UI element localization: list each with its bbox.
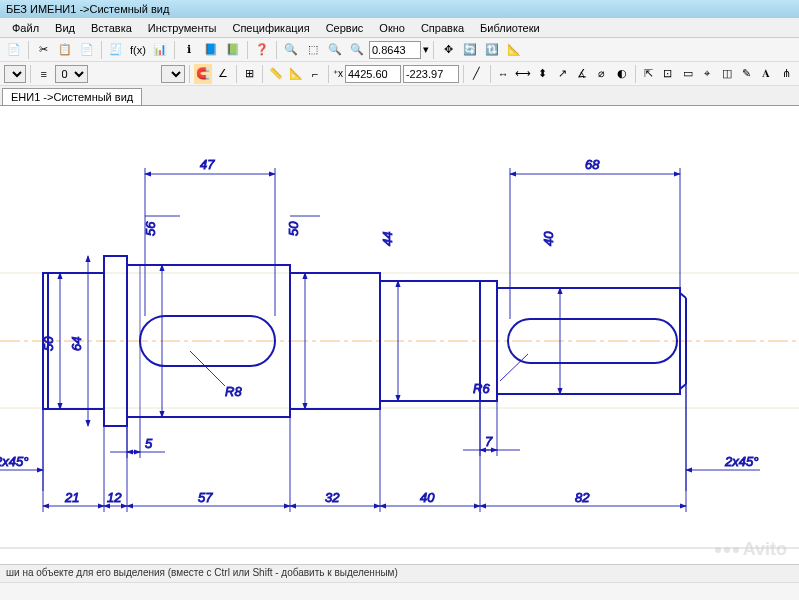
paste-icon[interactable]: 📄 — [77, 40, 97, 60]
svg-text:32: 32 — [325, 490, 340, 505]
grid-icon[interactable]: ⊞ — [240, 64, 258, 84]
svg-text:7: 7 — [485, 434, 493, 449]
zoom-in-icon[interactable]: 🔍 — [281, 40, 301, 60]
menu-service[interactable]: Сервис — [318, 20, 372, 36]
anno4-icon[interactable]: ⌖ — [698, 64, 716, 84]
redraw-icon[interactable]: 📐 — [504, 40, 524, 60]
dim6-icon[interactable]: ⌀ — [593, 64, 611, 84]
status-hint: ши на объекте для его выделения (вместе … — [6, 567, 398, 578]
layers-icon[interactable]: ≡ — [35, 64, 53, 84]
cut-icon[interactable]: ✂ — [33, 40, 53, 60]
menu-insert[interactable]: Вставка — [83, 20, 140, 36]
variables-icon[interactable]: 📊 — [150, 40, 170, 60]
separator — [262, 65, 263, 83]
separator — [463, 65, 464, 83]
svg-text:64: 64 — [69, 337, 84, 351]
separator — [328, 65, 329, 83]
toolbar-main: 📄 ✂ 📋 📄 🧾 f(x) 📊 ℹ 📘 📗 ❓ 🔍 ⬚ 🔍 🔍 ▾ ✥ 🔄 🔃… — [0, 38, 799, 62]
snap-icon[interactable]: 🧲 — [194, 64, 212, 84]
separator — [189, 65, 190, 83]
dim5-icon[interactable]: ∡ — [573, 64, 591, 84]
copy-icon[interactable]: 📋 — [55, 40, 75, 60]
status-bar-2 — [0, 582, 799, 600]
anno2-icon[interactable]: ⊡ — [659, 64, 677, 84]
svg-text:40: 40 — [541, 231, 556, 246]
anno6-icon[interactable]: ✎ — [738, 64, 756, 84]
zoom-input[interactable] — [369, 41, 421, 59]
svg-text:82: 82 — [575, 490, 590, 505]
properties-icon[interactable]: 🧾 — [106, 40, 126, 60]
pan-icon[interactable]: ✥ — [438, 40, 458, 60]
menu-spec[interactable]: Спецификация — [224, 20, 317, 36]
canvas[interactable]: 47 68 56 50 44 40 50 64 R8 — [0, 106, 799, 584]
separator — [247, 41, 248, 59]
coord-y-input[interactable] — [403, 65, 459, 83]
svg-text:5: 5 — [145, 436, 153, 451]
menu-help[interactable]: Справка — [413, 20, 472, 36]
svg-text:57: 57 — [198, 490, 213, 505]
zoom-fit-icon[interactable]: 🔍 — [325, 40, 345, 60]
dim7-icon[interactable]: ◐ — [613, 64, 631, 84]
menu-libraries[interactable]: Библиотеки — [472, 20, 548, 36]
ruler2-icon[interactable]: 📐 — [287, 64, 305, 84]
tab-active[interactable]: ЕНИ1 ->Системный вид — [2, 88, 142, 105]
separator — [635, 65, 636, 83]
info2-icon[interactable]: 📘 — [201, 40, 221, 60]
separator — [101, 41, 102, 59]
axis-icon[interactable]: ⌐ — [306, 64, 324, 84]
orbit-icon[interactable]: 🔃 — [482, 40, 502, 60]
menu-view[interactable]: Вид — [47, 20, 83, 36]
zoom-prev-icon[interactable]: 🔍 — [347, 40, 367, 60]
svg-line-35 — [500, 354, 528, 381]
ortho-icon[interactable]: ∠ — [214, 64, 232, 84]
separator — [30, 65, 31, 83]
svg-line-33 — [190, 351, 225, 386]
anno3-icon[interactable]: ▭ — [679, 64, 697, 84]
svg-text:2x45°: 2x45° — [0, 454, 28, 469]
dim2-icon[interactable]: ⟷ — [514, 64, 532, 84]
refresh-icon[interactable]: 🔄 — [460, 40, 480, 60]
info1-icon[interactable]: ℹ — [179, 40, 199, 60]
ruler1-icon[interactable]: 📏 — [267, 64, 285, 84]
anno5-icon[interactable]: ◫ — [718, 64, 736, 84]
svg-text:R8: R8 — [225, 384, 242, 399]
separator — [276, 41, 277, 59]
svg-text:50: 50 — [286, 221, 301, 236]
layer-combo[interactable]: 0 — [55, 65, 88, 83]
svg-text:50: 50 — [41, 336, 56, 351]
line-icon[interactable]: ╱ — [468, 64, 486, 84]
svg-text:56: 56 — [143, 221, 158, 236]
svg-text:2x45°: 2x45° — [724, 454, 758, 469]
separator — [28, 41, 29, 59]
svg-text:40: 40 — [420, 490, 435, 505]
dim4-icon[interactable]: ↗ — [554, 64, 572, 84]
combo-1[interactable] — [4, 65, 26, 83]
coord-x-input[interactable] — [345, 65, 401, 83]
xy-label: ⁺x — [333, 68, 343, 79]
dim3-icon[interactable]: ⬍ — [534, 64, 552, 84]
menu-file[interactable]: Файл — [4, 20, 47, 36]
anno7-icon[interactable]: 𝐀 — [758, 64, 776, 84]
status-bar: ши на объекте для его выделения (вместе … — [0, 564, 799, 582]
fx-icon[interactable]: f(x) — [128, 40, 148, 60]
info3-icon[interactable]: 📗 — [223, 40, 243, 60]
new-icon[interactable]: 📄 — [4, 40, 24, 60]
svg-text:68: 68 — [585, 157, 600, 172]
help-icon[interactable]: ❓ — [252, 40, 272, 60]
separator — [490, 65, 491, 83]
separator — [433, 41, 434, 59]
dim1-icon[interactable]: ↔ — [494, 64, 512, 84]
svg-text:12: 12 — [107, 490, 122, 505]
menu-tools[interactable]: Инструменты — [140, 20, 225, 36]
window-title: БЕЗ ИМЕНИ1 ->Системный вид — [6, 3, 169, 15]
menu-window[interactable]: Окно — [371, 20, 413, 36]
combo-2[interactable] — [161, 65, 185, 83]
svg-text:47: 47 — [200, 157, 215, 172]
anno8-icon[interactable]: ⋔ — [777, 64, 795, 84]
svg-text:21: 21 — [64, 490, 79, 505]
svg-text:R6: R6 — [473, 381, 490, 396]
zoom-window-icon[interactable]: ⬚ — [303, 40, 323, 60]
menu-bar: Файл Вид Вставка Инструменты Спецификаци… — [0, 18, 799, 38]
anno1-icon[interactable]: ⇱ — [639, 64, 657, 84]
dropdown-icon[interactable]: ▾ — [423, 43, 429, 56]
